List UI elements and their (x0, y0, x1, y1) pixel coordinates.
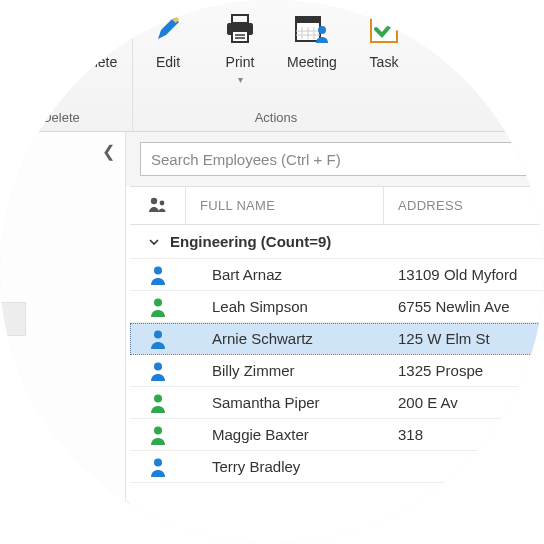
row-address: 1325 Prospe (384, 362, 544, 379)
table-row[interactable]: Samantha Piper200 E Av (130, 387, 544, 419)
svg-point-15 (150, 197, 156, 203)
svg-rect-3 (232, 31, 248, 42)
ribbon-group-actions: EditPrint▾MeetingTaskActions (133, 0, 419, 131)
row-address: 200 E Av (384, 394, 544, 411)
ribbon: emsDeleteDeleteEditPrint▾MeetingTaskActi… (0, 0, 544, 132)
items-button[interactable]: ems (0, 10, 50, 106)
delete-button[interactable]: Delete (72, 10, 122, 106)
svg-point-18 (154, 298, 162, 306)
person-icon (130, 457, 186, 477)
table-row[interactable]: Arnie Schwartz125 W Elm St (130, 323, 544, 355)
nav-panel: ❮ (0, 132, 126, 544)
column-header-icon[interactable] (130, 187, 186, 224)
column-header-row: FULL NAME ADDRESS (130, 187, 544, 225)
employee-grid: FULL NAME ADDRESS Engineering (Count=9) … (130, 186, 544, 544)
svg-point-16 (159, 200, 164, 205)
task-check-icon (368, 10, 400, 48)
person-icon (130, 329, 186, 349)
table-row[interactable]: Maggie Baxter318 (130, 419, 544, 451)
row-name: Samantha Piper (186, 394, 384, 411)
table-row[interactable]: Bart Arnaz13109 Old Myford (130, 259, 544, 291)
printer-icon (223, 10, 257, 48)
group-row-engineering[interactable]: Engineering (Count=9) (130, 225, 544, 259)
svg-point-19 (154, 330, 162, 338)
row-name: Arnie Schwartz (186, 330, 384, 347)
row-name: Billy Zimmer (186, 362, 384, 379)
svg-point-23 (154, 458, 162, 466)
calendar-person-icon (294, 10, 330, 48)
task-label: Task (370, 54, 399, 70)
group-label: Engineering (Count=9) (170, 233, 331, 250)
collapse-panel-icon[interactable]: ❮ (102, 142, 115, 161)
nav-tab-stub[interactable] (0, 302, 26, 336)
column-header-address[interactable]: ADDRESS (384, 187, 544, 224)
row-name: Bart Arnaz (186, 266, 384, 283)
row-name: Maggie Baxter (186, 426, 384, 443)
svg-point-21 (154, 394, 162, 402)
table-row[interactable]: Leah Simpson6755 Newlin Ave (130, 291, 544, 323)
svg-rect-1 (232, 15, 248, 23)
print-label: Print (226, 54, 255, 70)
column-header-name[interactable]: FULL NAME (186, 187, 384, 224)
row-address: 125 W Elm St (384, 330, 544, 347)
ribbon-group-label: Actions (255, 106, 298, 131)
svg-point-17 (154, 266, 162, 274)
row-address: 318 (384, 426, 544, 443)
person-icon (130, 425, 186, 445)
svg-rect-7 (296, 17, 320, 23)
table-row[interactable]: Terry Bradley (130, 451, 544, 483)
svg-point-13 (318, 26, 326, 34)
table-row[interactable]: Billy Zimmer1325 Prospe (130, 355, 544, 387)
content-panel: FULL NAME ADDRESS Engineering (Count=9) … (126, 132, 544, 544)
items-label: ems (12, 54, 38, 70)
dropdown-caret-icon: ▾ (238, 74, 243, 85)
person-icon (130, 393, 186, 413)
ribbon-group-delete: emsDeleteDelete (0, 0, 133, 131)
task-button[interactable]: Task (359, 10, 409, 106)
edit-button[interactable]: Edit (143, 10, 193, 106)
delete-label: Delete (77, 54, 117, 70)
pencil-icon (152, 10, 184, 48)
person-icon (130, 265, 186, 285)
row-name: Leah Simpson (186, 298, 384, 315)
ribbon-group-label: Delete (42, 106, 80, 131)
print-button[interactable]: Print▾ (215, 10, 265, 106)
chevron-down-icon (148, 236, 160, 248)
person-icon (130, 297, 186, 317)
x-red-icon (80, 10, 114, 48)
search-input[interactable] (140, 142, 544, 176)
meeting-button[interactable]: Meeting (287, 10, 337, 106)
edit-label: Edit (156, 54, 180, 70)
row-address: 6755 Newlin Ave (384, 298, 544, 315)
svg-point-22 (154, 426, 162, 434)
person-icon (130, 361, 186, 381)
meeting-label: Meeting (287, 54, 337, 70)
row-name: Terry Bradley (186, 458, 384, 475)
items-icon (20, 10, 30, 48)
row-address: 13109 Old Myford (384, 266, 544, 283)
svg-point-20 (154, 362, 162, 370)
